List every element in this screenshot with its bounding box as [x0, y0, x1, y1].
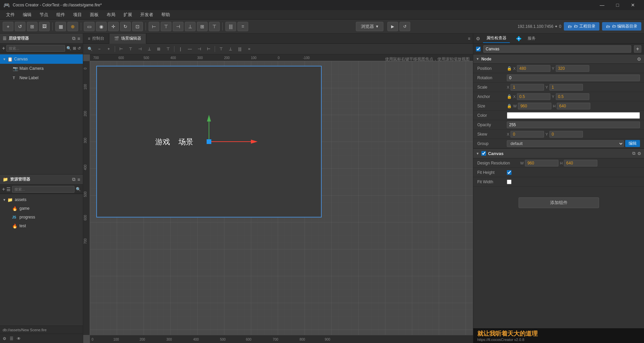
align-h-center-btn[interactable]: ⊤	[161, 22, 171, 31]
add-asset-btn[interactable]: +	[2, 186, 5, 192]
canvas-section-header[interactable]: ▼ Canvas ⧉ ⚙	[473, 148, 644, 158]
group-edit-btn[interactable]: 编辑	[625, 140, 640, 147]
skew-x-input[interactable]	[511, 131, 544, 138]
zoom-fit-btn[interactable]: 🔍	[86, 45, 94, 53]
anchor-y-input[interactable]	[556, 93, 589, 100]
assets-menu-btn[interactable]: ≡	[77, 177, 80, 182]
add-node-btn-small[interactable]: +	[2, 45, 5, 51]
opacity-input[interactable]	[507, 121, 640, 128]
scene-align-btn-7[interactable]: |	[176, 45, 184, 53]
canvas-section-copy-icon[interactable]: ⧉	[632, 151, 635, 156]
size-lock-icon[interactable]: 🔒	[507, 104, 512, 108]
fit-height-checkbox[interactable]	[507, 170, 512, 175]
hierarchy-menu-btn[interactable]: ≡	[77, 36, 80, 41]
node-section-header[interactable]: ▼ Node ⚙	[473, 54, 644, 64]
scene-viewport[interactable]: 使用鼠标右键平移视图焦点，使用滚轮缩放视图 700 600 500 400 30…	[83, 54, 473, 343]
group-dropdown[interactable]: default	[507, 140, 624, 147]
minimize-btn[interactable]: —	[594, 0, 610, 10]
menu-extend[interactable]: 扩展	[120, 10, 136, 19]
add-component-plus-btn[interactable]: +	[634, 45, 641, 53]
scene-align-btn-3[interactable]: ⊣	[136, 45, 144, 53]
color-swatch[interactable]	[507, 112, 640, 119]
scene-canvas-area[interactable]: 游戏 场景	[90, 61, 473, 335]
scene-align-btn-13[interactable]: |||	[236, 45, 244, 53]
canvas-section-checkbox[interactable]	[481, 151, 486, 156]
menu-layout[interactable]: 布局	[103, 10, 119, 19]
skew-y-input[interactable]	[549, 131, 583, 138]
scene-align-btn-14[interactable]: =	[245, 45, 253, 53]
position-x-input[interactable]	[517, 65, 550, 72]
scene-align-btn-10[interactable]: ⊢	[205, 45, 213, 53]
menu-panel[interactable]: 面板	[87, 10, 102, 19]
rotation-input[interactable]	[507, 75, 640, 81]
zoom-in-btn[interactable]: +	[105, 45, 113, 53]
center-panel-menu-icon[interactable]: ≡	[468, 36, 470, 41]
rect-tool-btn[interactable]: ▭	[84, 22, 95, 31]
list-bottom-icon[interactable]: ☰	[10, 336, 13, 341]
target-btn[interactable]: ⊕	[67, 22, 78, 31]
size-w-input[interactable]	[518, 103, 551, 109]
canvas-name-input[interactable]: Canvas	[483, 45, 631, 53]
menu-node[interactable]: 节点	[36, 10, 52, 19]
size-h-input[interactable]	[557, 103, 590, 109]
fit-width-checkbox[interactable]	[507, 180, 512, 184]
align-right-btn[interactable]: ⊣	[173, 22, 183, 31]
console-tab[interactable]: ≡ 控制台	[83, 34, 109, 44]
align-bottom-btn[interactable]: ⊤	[209, 22, 220, 31]
play-btn[interactable]: ▶	[387, 22, 398, 31]
add-node-btn[interactable]: +	[3, 22, 13, 31]
list-view-btn[interactable]: ☰	[6, 187, 11, 192]
position-y-input[interactable]	[556, 65, 589, 72]
scene-align-btn-6[interactable]: ⊤	[164, 45, 172, 53]
add-component-button[interactable]: 添加组件	[519, 197, 599, 208]
scene-align-btn-4[interactable]: ⊥	[145, 45, 153, 53]
scene-align-btn-5[interactable]: ⊞	[155, 45, 163, 53]
services-tab[interactable]: 服务	[524, 34, 539, 43]
align-left-btn[interactable]: ⊢	[149, 22, 159, 31]
scale-x-input[interactable]	[511, 84, 544, 91]
editor-dir-btn[interactable]: 🗁 🗁 编辑器目录	[602, 22, 641, 31]
distribute-v-btn[interactable]: =	[237, 22, 248, 31]
scene-align-btn-1[interactable]: ⊢	[117, 45, 125, 53]
search-icon[interactable]: 🔍	[66, 46, 71, 51]
tree-node-new-label[interactable]: ▶ T New Label	[0, 73, 83, 83]
rotate-tool-btn[interactable]: ↻	[120, 22, 131, 31]
menu-project[interactable]: 项目	[70, 10, 85, 19]
hierarchy-search-input[interactable]	[6, 45, 65, 52]
design-res-w-input[interactable]	[525, 160, 558, 166]
scene-align-btn-8[interactable]: —	[186, 45, 194, 53]
hierarchy-expand-icon[interactable]: ⊞	[73, 46, 76, 51]
menu-file[interactable]: 文件	[3, 10, 18, 19]
distribute-h-btn[interactable]: |||	[225, 22, 236, 31]
menu-developer[interactable]: 开发者	[137, 10, 157, 19]
refresh-btn[interactable]: ↺	[15, 22, 25, 31]
window-controls[interactable]: — □ ✕	[594, 0, 641, 10]
properties-tab[interactable]: 属性检查器	[483, 34, 510, 43]
hierarchy-copy-btn[interactable]: ⧉	[72, 36, 75, 41]
scene-align-btn-12[interactable]: ⊥	[226, 45, 234, 53]
position-lock-icon[interactable]: 🔒	[507, 66, 512, 71]
menu-help[interactable]: 帮助	[158, 10, 173, 19]
assets-search-input[interactable]	[12, 186, 74, 193]
circle-tool-btn[interactable]: ◉	[96, 22, 107, 31]
scene-align-btn-2[interactable]: ⊤	[126, 45, 135, 53]
zoom-out-btn[interactable]: −	[95, 45, 103, 53]
scene-tab[interactable]: 🎬 场景编辑器	[109, 34, 146, 44]
asset-test[interactable]: ▶ 🔥 test	[0, 222, 83, 230]
hierarchy-refresh-icon[interactable]: ↺	[77, 46, 81, 51]
tree-node-main-camera[interactable]: ▶ 📷 Main Camera	[0, 64, 83, 73]
anchor-x-input[interactable]	[517, 93, 550, 100]
asset-game[interactable]: ▶ 🔥 game	[0, 204, 83, 213]
eye-bottom-icon[interactable]: 👁	[17, 336, 21, 341]
tree-node-canvas[interactable]: ▼ 📋 Canvas	[0, 54, 83, 64]
menu-edit[interactable]: 编辑	[19, 10, 35, 19]
close-btn[interactable]: ✕	[625, 0, 641, 10]
browser-dropdown-btn[interactable]: 浏览器 ▾	[356, 22, 383, 31]
align-v-center-btn[interactable]: ⊞	[197, 22, 208, 31]
maximize-panel-btn[interactable]: ⊞	[27, 22, 38, 31]
chart-btn[interactable]: ▦	[55, 22, 66, 31]
node-settings-icon[interactable]: ⚙	[637, 56, 641, 62]
image-btn[interactable]: 🖼	[39, 22, 50, 31]
assets-copy-btn[interactable]: ⧉	[72, 177, 75, 182]
scale-tool-btn[interactable]: ⊡	[132, 22, 143, 31]
